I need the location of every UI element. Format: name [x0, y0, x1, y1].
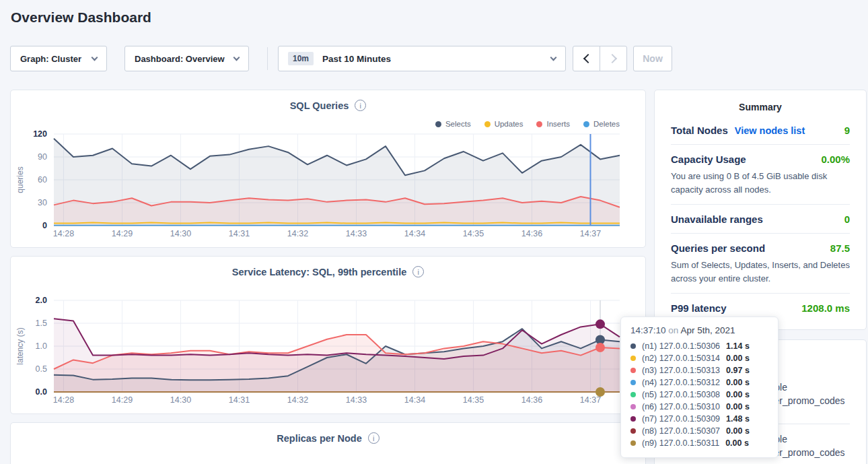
x-tick-label: 14:36 [521, 229, 542, 238]
tooltip-node-value: 0.00 s [726, 354, 750, 363]
dashboard-dropdown[interactable]: Dashboard: Overview [124, 46, 249, 71]
summary-value: 87.5 [830, 242, 850, 254]
legend-label: Selects [445, 120, 471, 128]
y-tick-label: 2.0 [36, 296, 47, 305]
summary-label: Queries per second [671, 242, 765, 254]
chart-title: SQL Queries i [11, 100, 645, 111]
summary-row: Queries per second87.5Sum of Selects, Up… [671, 233, 850, 293]
series-color-dot [630, 356, 636, 361]
x-tick-label: 14:30 [170, 229, 191, 238]
series-color-dot [630, 428, 636, 434]
info-icon[interactable]: i [412, 266, 424, 277]
chevron-left-icon [583, 54, 592, 63]
tooltip-node-value: 0.00 s [726, 378, 750, 387]
series-color-dot [630, 440, 636, 446]
x-tick-label: 14:37 [580, 395, 601, 405]
tooltip-node-label: (n2) 127.0.0.1:50314 [642, 354, 720, 363]
tooltip-node-row: (n9) 127.0.0.1:503110.00 s [630, 437, 768, 449]
x-tick-label: 14:30 [170, 395, 191, 405]
tooltip-node-label: (n8) 127.0.0.1:50307 [642, 426, 720, 436]
y-tick-label: 1.0 [36, 341, 47, 351]
crosshair-dot [595, 387, 605, 397]
tooltip-time: 14:37:10 [630, 325, 666, 335]
time-next-button[interactable] [600, 46, 627, 71]
view-nodes-list-link[interactable]: View nodes list [735, 125, 805, 136]
x-tick-label: 14:31 [229, 395, 250, 405]
x-tick-label: 14:29 [112, 229, 133, 238]
series-fill [54, 139, 620, 226]
chart-legend: SelectsUpdatesInsertsDeletes [435, 120, 620, 128]
summary-row: Capacity Usage0.00%You are using 0 B of … [671, 144, 850, 204]
summary-label: P99 latency [671, 302, 727, 314]
x-tick-label: 14:28 [53, 395, 74, 405]
crosshair-dot [595, 343, 605, 352]
tooltip-node-row: (n5) 127.0.0.1:503080.00 s [630, 389, 768, 401]
service-latency-chart[interactable]: 0.00.51.01.52.014:2814:2914:3014:3114:32… [12, 294, 645, 410]
chart-title-text: Service Latency: SQL, 99th percentile [232, 267, 407, 277]
service-latency-svg[interactable]: 0.00.51.01.52.014:2814:2914:3014:3114:32… [12, 294, 645, 410]
summary-label: Total Nodes [671, 125, 728, 136]
legend-item-selects[interactable]: Selects [435, 120, 471, 128]
tooltip-node-label: (n1) 127.0.0.1:50306 [642, 341, 720, 351]
legend-item-updates[interactable]: Updates [484, 120, 523, 128]
x-tick-label: 14:37 [580, 229, 601, 238]
chart-title-text: Replicas per Node [277, 433, 362, 444]
legend-dot [583, 121, 589, 127]
x-tick-label: 14:34 [404, 229, 425, 238]
tooltip-header: 14:37:10 on Apr 5th, 2021 [630, 325, 768, 335]
summary-value: 1208.0 ms [801, 302, 850, 314]
tooltip-node-row: (n7) 127.0.0.1:503091.48 s [630, 413, 768, 425]
tooltip-date: Apr 5th, 2021 [680, 325, 735, 335]
sql-queries-panel: SQL Queries i SelectsUpdatesInsertsDelet… [10, 90, 646, 248]
legend-dot [536, 121, 542, 127]
series-color-dot [630, 368, 636, 373]
summary-row: Total NodesView nodes list9 [671, 116, 850, 144]
sql-queries-svg[interactable]: 030609012014:2814:2914:3014:3114:3214:33… [12, 128, 645, 244]
summary-value: 0.00% [821, 154, 850, 165]
time-range-dropdown[interactable]: 10m Past 10 Minutes [278, 46, 566, 71]
legend-item-inserts[interactable]: Inserts [536, 120, 570, 128]
tooltip-node-value: 0.00 s [725, 438, 749, 448]
tooltip-node-label: (n3) 127.0.0.1:50313 [642, 366, 720, 375]
info-icon[interactable]: i [368, 432, 379, 444]
x-tick-label: 14:28 [53, 229, 74, 238]
tooltip-node-value: 0.00 s [726, 426, 750, 436]
chart-hover-tooltip: 14:37:10 on Apr 5th, 2021 (n1) 127.0.0.1… [620, 317, 779, 458]
tooltip-node-row: (n2) 127.0.0.1:503140.00 s [630, 352, 768, 364]
summary-value: 9 [844, 125, 850, 136]
time-prev-button[interactable] [573, 46, 600, 71]
tooltip-node-label: (n6) 127.0.0.1:50310 [642, 402, 720, 411]
now-button[interactable]: Now [633, 46, 672, 71]
chevron-right-icon [607, 54, 616, 63]
chart-title: Service Latency: SQL, 99th percentile i [11, 266, 645, 277]
legend-label: Updates [495, 120, 523, 128]
legend-dot [484, 121, 491, 127]
chart-title: Replicas per Node i [11, 432, 645, 444]
x-tick-label: 14:34 [404, 395, 425, 405]
y-tick-label: 120 [33, 129, 47, 139]
chart-title-text: SQL Queries [290, 100, 349, 111]
y-tick-label: 0.0 [36, 387, 47, 397]
tooltip-node-value: 0.00 s [726, 390, 750, 399]
x-tick-label: 14:32 [287, 395, 308, 405]
y-tick-label: 0 [42, 221, 47, 230]
series-color-dot [630, 380, 636, 385]
replicas-per-node-panel: Replicas per Node i [10, 422, 646, 464]
legend-label: Deletes [593, 120, 620, 128]
y-tick-label: 60 [38, 175, 47, 185]
tooltip-node-row: (n4) 127.0.0.1:503120.00 s [630, 376, 768, 389]
toolbar-divider [267, 47, 268, 70]
summary-value: 0 [844, 213, 850, 225]
series-color-dot [630, 416, 636, 422]
dashboard-dropdown-label: Dashboard: Overview [135, 54, 225, 64]
tooltip-node-row: (n6) 127.0.0.1:503100.00 s [630, 401, 768, 413]
series-line [54, 222, 620, 223]
sql-queries-chart[interactable]: 030609012014:2814:2914:3014:3114:3214:33… [12, 128, 645, 244]
tooltip-node-label: (n7) 127.0.0.1:50309 [642, 414, 720, 424]
summary-row: Unavailable ranges0 [671, 204, 850, 233]
info-icon[interactable]: i [355, 100, 366, 111]
legend-item-deletes[interactable]: Deletes [583, 120, 620, 128]
tooltip-node-value: 1.48 s [726, 414, 750, 424]
graph-dropdown[interactable]: Graph: Cluster [10, 46, 107, 71]
tooltip-node-row: (n8) 127.0.0.1:503070.00 s [630, 425, 768, 437]
